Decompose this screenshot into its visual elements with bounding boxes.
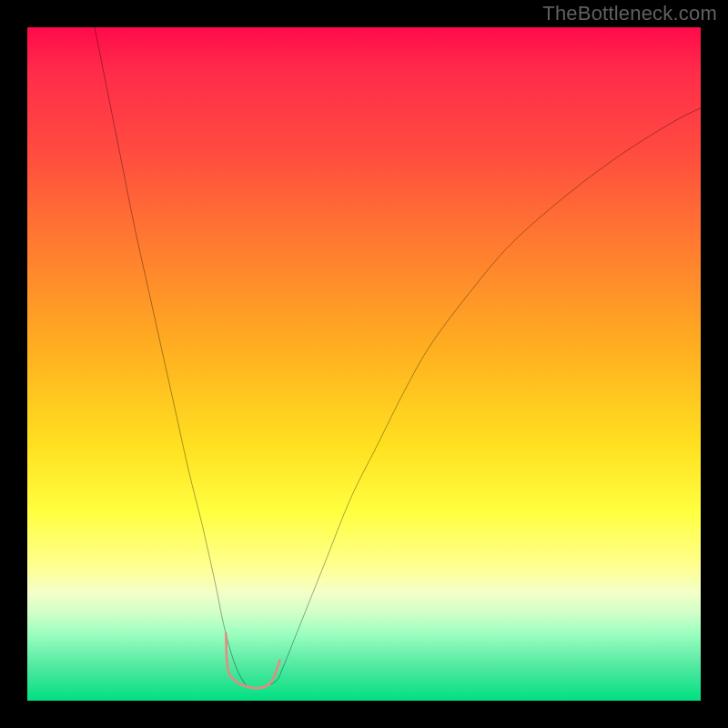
bottleneck-curve — [95, 27, 701, 688]
curve-svg — [27, 27, 701, 701]
chart-container: TheBottleneck.com — [0, 0, 728, 728]
watermark-text: TheBottleneck.com — [542, 2, 717, 25]
optimal-region-marker — [226, 633, 279, 688]
plot-area — [27, 27, 701, 701]
